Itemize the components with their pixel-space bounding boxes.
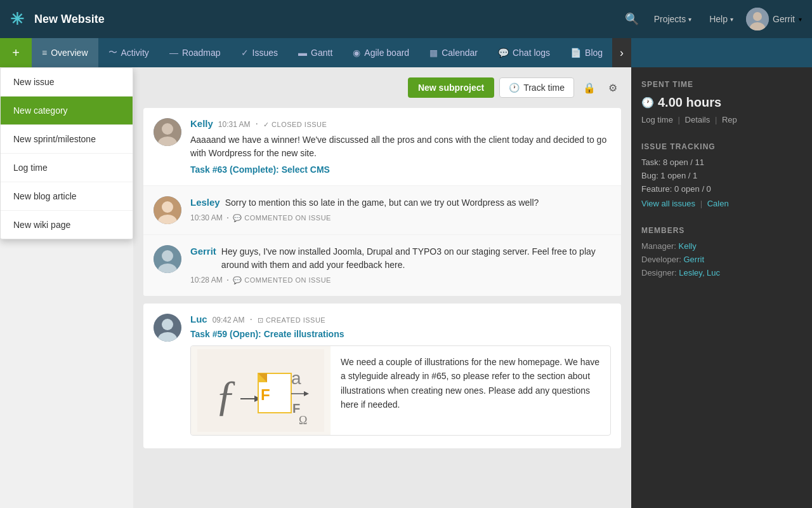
lock-icon-button[interactable]: 🔒 (579, 78, 599, 98)
sub-navigation: + ≡ Overview 〜 Activity — Roadmap ✓ Issu… (0, 38, 812, 67)
nav-item-blog[interactable]: 📄 Blog (560, 38, 613, 67)
activity-card-luc: Luc 09:42 AM · ⊡ CREATED ISSUE Task #59 … (143, 304, 621, 448)
svg-text:F: F (292, 401, 300, 415)
nav-item-issues[interactable]: ✓ Issues (231, 38, 288, 67)
svg-text:ƒ: ƒ (215, 371, 237, 419)
issue-tracking-title: ISSUE TRACKING (641, 142, 802, 151)
nav-item-chatlogs[interactable]: 💬 Chat logs (488, 38, 560, 67)
activity-link-luc[interactable]: Task #59 (Open): Create illustrations (190, 329, 611, 339)
activity-icon: 〜 (108, 47, 117, 58)
nav-item-activity[interactable]: 〜 Activity (98, 38, 159, 67)
activity-card-kelly: Kelly 10:31 AM · ✓ CLOSED ISSUE Aaaaand … (143, 108, 621, 296)
gantt-icon: ▬ (298, 48, 307, 58)
user-avatar-menu[interactable]: Gerrit ▾ (746, 8, 802, 30)
content-area: New subproject 🕐 Track time 🔒 ⚙ (133, 67, 631, 508)
activity-time-luc: 09:42 AM (213, 316, 245, 324)
dropdown-new-blog[interactable]: New blog article (1, 182, 133, 211)
svg-text:F: F (261, 386, 270, 403)
avatar-gerrit (154, 245, 181, 273)
dropdown-new-category[interactable]: New category (1, 97, 133, 125)
agile-icon: ◉ (353, 48, 360, 58)
activity-type-luc: ⊡ CREATED ISSUE (258, 316, 325, 324)
activity-body-gerrit: Gerrit Hey guys, I've now installed Joom… (190, 245, 611, 286)
projects-menu-button[interactable]: Projects ▾ (649, 11, 697, 27)
settings-icon-button[interactable]: ⚙ (605, 78, 621, 98)
lesley-inline-text: Sorry to mention this so late in the gam… (225, 196, 539, 210)
lesley-type: 💬 COMMENTED ON ISSUE (233, 214, 331, 222)
gerrit-inline-text: Hey guys, I've now installed Joomla, Dru… (221, 245, 606, 272)
dropdown-new-wiki[interactable]: New wiki page (1, 211, 133, 239)
spent-time-title: SPENT TIME (641, 80, 802, 89)
dropdown-new-sprint[interactable]: New sprint/milestone (1, 125, 133, 154)
plus-menu-button[interactable]: + (0, 38, 32, 67)
nav-item-overview[interactable]: ≡ Overview (32, 38, 98, 67)
new-subproject-button[interactable]: New subproject (408, 77, 494, 98)
help-menu-button[interactable]: Help ▾ (704, 11, 738, 27)
features-row: Feature: 0 open / 0 (641, 184, 802, 194)
activity-body-lesley: Lesley Sorry to mention this so late in … (190, 196, 611, 224)
dropdown-new-issue[interactable]: New issue (1, 68, 133, 97)
spent-time-section: SPENT TIME 🕐 4.00 hours Log time | Detai… (641, 80, 802, 124)
svg-text:a: a (291, 368, 301, 388)
issue-tracking-section: ISSUE TRACKING Task: 8 open / 11 Bug: 1 … (641, 142, 802, 208)
gerrit-time: 10:28 AM (190, 276, 223, 284)
blog-icon: 📄 (570, 48, 581, 58)
activity-author-luc: Luc (190, 314, 207, 324)
activity-time-kelly: 10:31 AM (218, 120, 251, 129)
comment-icon-lesley: 💬 (233, 214, 242, 222)
time-links: Log time | Details | Rep (641, 115, 802, 124)
created-issue-icon: ⊡ (258, 316, 264, 324)
activity-body-kelly: Kelly 10:31 AM · ✓ CLOSED ISSUE Aaaaand … (190, 118, 611, 175)
chatlogs-icon: 💬 (498, 48, 509, 58)
track-time-button[interactable]: 🕐 Track time (499, 77, 574, 98)
search-button[interactable]: 🔍 (622, 10, 641, 29)
user-chevron-icon: ▾ (799, 16, 802, 23)
issues-icon: ✓ (241, 48, 249, 58)
tasks-row: Task: 8 open / 11 (641, 157, 802, 167)
app-logo: ✳ (10, 10, 24, 29)
dropdown-log-time[interactable]: Log time (1, 154, 133, 182)
nav-item-roadmap[interactable]: — Roadmap (159, 38, 231, 67)
svg-point-7 (162, 201, 173, 213)
nav-item-calendar[interactable]: ▦ Calendar (419, 38, 488, 67)
activity-body-luc: Luc 09:42 AM · ⊡ CREATED ISSUE Task #59 … (190, 314, 611, 438)
activity-text-kelly: Aaaaand we have a winner! We've discusse… (190, 133, 611, 160)
activity-entry-luc: Luc 09:42 AM · ⊡ CREATED ISSUE Task #59 … (143, 304, 621, 448)
avatar-kelly (154, 118, 181, 146)
rep-link[interactable]: Rep (722, 115, 737, 124)
overview-icon: ≡ (42, 48, 47, 58)
calendar-link[interactable]: Calen (707, 199, 729, 208)
user-name-label: Gerrit (773, 14, 795, 24)
svg-text:Ω: Ω (299, 414, 307, 427)
svg-point-1 (753, 12, 762, 21)
log-time-link[interactable]: Log time (641, 115, 673, 124)
lesley-time: 10:30 AM (190, 213, 223, 222)
top-navigation: ✳ New Website 🔍 Projects ▾ Help ▾ Gerrit… (0, 0, 812, 38)
activity-author-gerrit: Gerrit (190, 246, 216, 257)
gerrit-type: 💬 COMMENTED ON ISSUE (233, 276, 331, 284)
closed-issue-icon: ✓ (263, 121, 270, 128)
help-chevron-icon: ▾ (730, 16, 733, 23)
nav-item-agile[interactable]: ◉ Agile board (343, 38, 419, 67)
svg-point-4 (162, 123, 173, 135)
activity-type-kelly: ✓ CLOSED ISSUE (263, 121, 327, 129)
view-all-row: View all issues | Calen (641, 199, 802, 208)
view-all-issues-link[interactable]: View all issues (641, 199, 695, 208)
projects-chevron-icon: ▾ (688, 16, 691, 23)
details-link[interactable]: Details (685, 115, 710, 124)
activity-author-kelly: Kelly (190, 118, 213, 129)
members-section: MEMBERS Manager: Kelly Developer: Gerrit… (641, 226, 802, 277)
content-toolbar: New subproject 🕐 Track time 🔒 ⚙ (143, 77, 621, 98)
avatar-luc (154, 314, 181, 342)
activity-entry-kelly: Kelly 10:31 AM · ✓ CLOSED ISSUE Aaaaand … (143, 108, 621, 186)
developer-row: Developer: Gerrit (641, 255, 802, 264)
manager-row: Manager: Kelly (641, 241, 802, 251)
nav-item-gantt[interactable]: ▬ Gantt (288, 38, 343, 67)
plus-dropdown-menu: New issue New category New sprint/milest… (0, 67, 133, 239)
activity-link-kelly[interactable]: Task #63 (Complete): Select CMS (190, 164, 330, 175)
avatar-lesley (154, 196, 181, 224)
attachment-description: We need a couple of illustrations for th… (331, 346, 610, 435)
comment-icon-gerrit: 💬 (233, 276, 242, 284)
svg-point-13 (162, 319, 173, 330)
sidebar-toggle-button[interactable]: › (612, 38, 631, 67)
